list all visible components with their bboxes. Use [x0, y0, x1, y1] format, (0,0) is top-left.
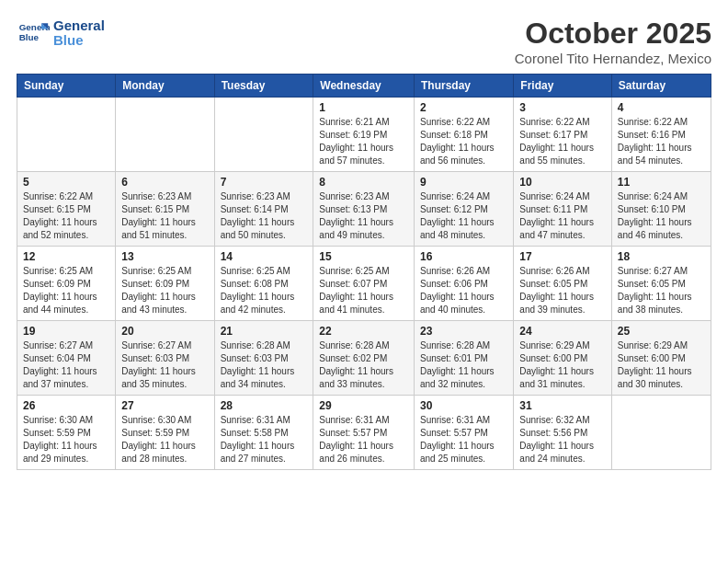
calendar-cell-0-5: 3Sunrise: 6:22 AMSunset: 6:17 PMDaylight…	[514, 98, 612, 172]
calendar-cell-1-6: 11Sunrise: 6:24 AMSunset: 6:10 PMDayligh…	[611, 172, 711, 247]
day-number: 4	[618, 101, 705, 114]
day-info: Sunrise: 6:30 AMSunset: 5:59 PMDaylight:…	[23, 414, 109, 465]
calendar-cell-2-3: 15Sunrise: 6:25 AMSunset: 6:07 PMDayligh…	[313, 247, 415, 321]
day-info: Sunrise: 6:21 AMSunset: 6:19 PMDaylight:…	[319, 116, 408, 167]
day-number: 7	[221, 176, 308, 189]
day-info: Sunrise: 6:24 AMSunset: 6:12 PMDaylight:…	[420, 190, 507, 242]
calendar-cell-0-0	[17, 98, 116, 172]
header-friday: Friday	[514, 75, 612, 98]
calendar-header-row: Sunday Monday Tuesday Wednesday Thursday…	[17, 75, 711, 98]
calendar-cell-3-1: 20Sunrise: 6:27 AMSunset: 6:03 PMDayligh…	[116, 321, 214, 396]
logo: General Blue General Blue	[17, 17, 105, 50]
calendar-week-4: 19Sunrise: 6:27 AMSunset: 6:04 PMDayligh…	[17, 321, 711, 396]
calendar-cell-4-3: 29Sunrise: 6:31 AMSunset: 5:57 PMDayligh…	[313, 396, 415, 470]
calendar-cell-4-5: 31Sunrise: 6:32 AMSunset: 5:56 PMDayligh…	[514, 396, 612, 470]
logo-icon: General Blue	[17, 17, 50, 50]
day-number: 9	[420, 176, 507, 189]
day-number: 8	[319, 176, 408, 189]
day-number: 15	[319, 250, 408, 263]
day-info: Sunrise: 6:28 AMSunset: 6:02 PMDaylight:…	[319, 339, 408, 391]
calendar-cell-1-3: 8Sunrise: 6:23 AMSunset: 6:13 PMDaylight…	[313, 172, 415, 247]
day-info: Sunrise: 6:23 AMSunset: 6:15 PMDaylight:…	[121, 190, 208, 242]
day-info: Sunrise: 6:25 AMSunset: 6:09 PMDaylight:…	[23, 265, 109, 316]
day-info: Sunrise: 6:23 AMSunset: 6:14 PMDaylight:…	[221, 190, 308, 242]
calendar-week-3: 12Sunrise: 6:25 AMSunset: 6:09 PMDayligh…	[17, 247, 711, 321]
day-number: 16	[420, 250, 507, 263]
day-info: Sunrise: 6:25 AMSunset: 6:07 PMDaylight:…	[319, 265, 408, 316]
calendar-cell-0-1	[116, 98, 214, 172]
day-number: 10	[519, 176, 606, 189]
day-number: 30	[420, 399, 507, 412]
day-info: Sunrise: 6:30 AMSunset: 5:59 PMDaylight:…	[121, 414, 208, 465]
day-info: Sunrise: 6:24 AMSunset: 6:10 PMDaylight:…	[618, 190, 705, 242]
day-info: Sunrise: 6:27 AMSunset: 6:03 PMDaylight:…	[121, 339, 208, 391]
calendar-cell-3-2: 21Sunrise: 6:28 AMSunset: 6:03 PMDayligh…	[214, 321, 313, 396]
day-number: 25	[618, 325, 705, 338]
day-info: Sunrise: 6:31 AMSunset: 5:57 PMDaylight:…	[420, 414, 507, 465]
day-number: 28	[221, 399, 308, 412]
day-number: 23	[420, 325, 507, 338]
day-number: 20	[121, 325, 208, 338]
day-number: 17	[519, 250, 606, 263]
day-number: 22	[319, 325, 408, 338]
day-info: Sunrise: 6:22 AMSunset: 6:15 PMDaylight:…	[23, 190, 109, 242]
calendar-cell-0-3: 1Sunrise: 6:21 AMSunset: 6:19 PMDaylight…	[313, 98, 415, 172]
calendar-week-2: 5Sunrise: 6:22 AMSunset: 6:15 PMDaylight…	[17, 172, 711, 247]
day-number: 14	[221, 250, 308, 263]
calendar-cell-2-0: 12Sunrise: 6:25 AMSunset: 6:09 PMDayligh…	[17, 247, 116, 321]
day-info: Sunrise: 6:23 AMSunset: 6:13 PMDaylight:…	[319, 190, 408, 242]
day-info: Sunrise: 6:29 AMSunset: 6:00 PMDaylight:…	[618, 339, 705, 391]
day-number: 1	[319, 101, 408, 114]
logo-general: General	[53, 18, 105, 34]
calendar-cell-0-4: 2Sunrise: 6:22 AMSunset: 6:18 PMDaylight…	[414, 98, 513, 172]
calendar-cell-3-6: 25Sunrise: 6:29 AMSunset: 6:00 PMDayligh…	[611, 321, 711, 396]
calendar-table: Sunday Monday Tuesday Wednesday Thursday…	[17, 74, 711, 470]
day-number: 27	[121, 399, 208, 412]
calendar-week-5: 26Sunrise: 6:30 AMSunset: 5:59 PMDayligh…	[17, 396, 711, 470]
header-tuesday: Tuesday	[214, 75, 313, 98]
header-wednesday: Wednesday	[313, 75, 415, 98]
calendar-cell-0-6: 4Sunrise: 6:22 AMSunset: 6:16 PMDaylight…	[611, 98, 711, 172]
day-number: 2	[420, 101, 507, 114]
calendar-cell-3-0: 19Sunrise: 6:27 AMSunset: 6:04 PMDayligh…	[17, 321, 116, 396]
day-number: 18	[618, 250, 705, 263]
day-number: 31	[519, 399, 606, 412]
day-info: Sunrise: 6:26 AMSunset: 6:05 PMDaylight:…	[519, 265, 606, 316]
day-number: 12	[23, 250, 109, 263]
calendar-cell-4-4: 30Sunrise: 6:31 AMSunset: 5:57 PMDayligh…	[414, 396, 513, 470]
logo-blue: Blue	[53, 33, 105, 49]
calendar-cell-2-6: 18Sunrise: 6:27 AMSunset: 6:05 PMDayligh…	[611, 247, 711, 321]
day-info: Sunrise: 6:29 AMSunset: 6:00 PMDaylight:…	[519, 339, 606, 391]
svg-text:Blue: Blue	[19, 32, 40, 42]
calendar-cell-3-4: 23Sunrise: 6:28 AMSunset: 6:01 PMDayligh…	[414, 321, 513, 396]
calendar-cell-2-5: 17Sunrise: 6:26 AMSunset: 6:05 PMDayligh…	[514, 247, 612, 321]
day-number: 5	[23, 176, 109, 189]
calendar-cell-4-2: 28Sunrise: 6:31 AMSunset: 5:58 PMDayligh…	[214, 396, 313, 470]
month-title: October 2025	[515, 17, 711, 51]
calendar-cell-3-5: 24Sunrise: 6:29 AMSunset: 6:00 PMDayligh…	[514, 321, 612, 396]
day-number: 19	[23, 325, 109, 338]
day-info: Sunrise: 6:22 AMSunset: 6:17 PMDaylight:…	[519, 116, 606, 167]
header-thursday: Thursday	[414, 75, 513, 98]
day-info: Sunrise: 6:32 AMSunset: 5:56 PMDaylight:…	[519, 414, 606, 465]
day-number: 21	[221, 325, 308, 338]
day-info: Sunrise: 6:28 AMSunset: 6:01 PMDaylight:…	[420, 339, 507, 391]
day-number: 29	[319, 399, 408, 412]
day-info: Sunrise: 6:26 AMSunset: 6:06 PMDaylight:…	[420, 265, 507, 316]
header-saturday: Saturday	[611, 75, 711, 98]
day-info: Sunrise: 6:31 AMSunset: 5:57 PMDaylight:…	[319, 414, 408, 465]
day-info: Sunrise: 6:31 AMSunset: 5:58 PMDaylight:…	[221, 414, 308, 465]
header-monday: Monday	[116, 75, 214, 98]
day-info: Sunrise: 6:22 AMSunset: 6:18 PMDaylight:…	[420, 116, 507, 167]
header: General Blue General Blue October 2025 C…	[17, 17, 711, 66]
day-number: 26	[23, 399, 109, 412]
location-title: Coronel Tito Hernandez, Mexico	[515, 51, 711, 66]
day-info: Sunrise: 6:25 AMSunset: 6:09 PMDaylight:…	[121, 265, 208, 316]
header-sunday: Sunday	[17, 75, 116, 98]
calendar-week-1: 1Sunrise: 6:21 AMSunset: 6:19 PMDaylight…	[17, 98, 711, 172]
day-number: 13	[121, 250, 208, 263]
page: General Blue General Blue October 2025 C…	[0, 0, 728, 563]
day-info: Sunrise: 6:25 AMSunset: 6:08 PMDaylight:…	[221, 265, 308, 316]
day-number: 11	[618, 176, 705, 189]
calendar-cell-4-1: 27Sunrise: 6:30 AMSunset: 5:59 PMDayligh…	[116, 396, 214, 470]
